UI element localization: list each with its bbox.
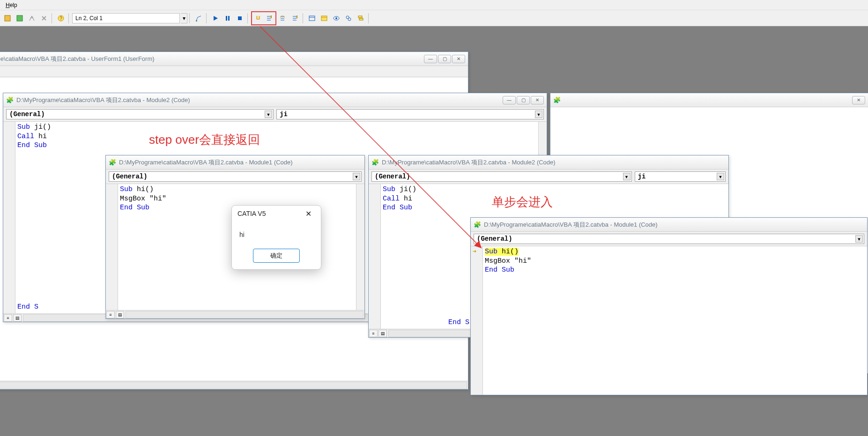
scroll-view-proc-icon[interactable]: ▤ bbox=[378, 330, 387, 337]
close-icon[interactable]: ✕ bbox=[302, 207, 315, 220]
chevron-down-icon[interactable]: ▾ bbox=[623, 173, 631, 180]
help-icon[interactable]: ? bbox=[55, 13, 67, 24]
code-gutter: ➔ bbox=[471, 246, 483, 395]
window-module1-right[interactable]: 🧩 D:\MyPrograme\catiaMacro\VBA 项目2.catvb… bbox=[470, 217, 868, 395]
step-over-icon[interactable] bbox=[277, 13, 289, 24]
chevron-down-icon[interactable]: ▾ bbox=[717, 173, 724, 180]
breakpoint-hand-icon[interactable] bbox=[252, 13, 264, 24]
title-text: Programe\catiaMacro\VBA 项目2.catvba - Use… bbox=[0, 55, 421, 63]
form-tabstrip: m1 ✕ bbox=[0, 66, 468, 77]
module-icon: 🧩 bbox=[6, 96, 14, 104]
toolbar-separator bbox=[368, 13, 370, 23]
module-icon: 🧩 bbox=[109, 159, 116, 166]
object-combo[interactable]: (General)▾ bbox=[109, 171, 362, 182]
window-icon-1[interactable] bbox=[306, 13, 318, 24]
svg-text:?: ? bbox=[59, 16, 62, 21]
toolbar-separator bbox=[303, 13, 304, 23]
combo-text: (General) bbox=[112, 173, 148, 180]
toolbar-separator bbox=[52, 13, 53, 23]
mdi-area: 📄 Programe\catiaMacro\VBA 项目2.catvba - U… bbox=[0, 26, 868, 436]
svg-point-15 bbox=[348, 18, 351, 21]
tb-icon-4[interactable] bbox=[38, 13, 50, 24]
ok-button[interactable]: 确定 bbox=[253, 249, 300, 263]
titlebar-userform[interactable]: 📄 Programe\catiaMacro\VBA 项目2.catvba - U… bbox=[0, 52, 468, 66]
titlebar[interactable]: 🧩 ✕ bbox=[550, 93, 868, 107]
menu-help[interactable]: HHelpelp bbox=[2, 1, 21, 9]
titlebar-module2-left[interactable]: 🧩 D:\MyPrograme\catiaMacro\VBA 项目2.catvb… bbox=[3, 93, 547, 107]
combo-text: (General) bbox=[9, 111, 45, 118]
watch-icon-2[interactable] bbox=[343, 13, 354, 24]
module-icon: 🧩 bbox=[371, 159, 379, 166]
tb-icon-1[interactable] bbox=[2, 13, 13, 24]
message-box[interactable]: CATIA V5 ✕ hi 确定 bbox=[231, 205, 321, 270]
cursor-dropdown[interactable]: ▾ bbox=[181, 13, 187, 23]
close-button[interactable]: ✕ bbox=[452, 55, 465, 63]
title-text: D:\MyPrograme\catiaMacro\VBA 项目2.catvba … bbox=[119, 158, 362, 167]
module-icon: 🧩 bbox=[474, 221, 481, 229]
chevron-down-icon[interactable]: ▾ bbox=[353, 173, 360, 180]
svg-point-13 bbox=[335, 17, 337, 19]
msgbox-titlebar[interactable]: CATIA V5 ✕ bbox=[232, 206, 321, 222]
maximize-button[interactable]: ▢ bbox=[517, 96, 530, 104]
step-into-icon[interactable] bbox=[264, 13, 275, 24]
titlebar-module1-right[interactable]: 🧩 D:\MyPrograme\catiaMacro\VBA 项目2.catvb… bbox=[471, 218, 867, 232]
combo-row: (General)▾ ji▾ bbox=[3, 107, 547, 122]
call-stack-icon[interactable] bbox=[355, 13, 366, 24]
titlebar-module1-left[interactable]: 🧩 D:\MyPrograme\catiaMacro\VBA 项目2.catvb… bbox=[106, 155, 364, 170]
scroll-view-proc-icon[interactable]: ▤ bbox=[13, 314, 22, 322]
scrollbar-vertical[interactable] bbox=[356, 184, 364, 310]
minimize-button[interactable]: — bbox=[424, 55, 437, 63]
execution-arrow-icon: ➔ bbox=[473, 247, 476, 256]
chevron-down-icon[interactable]: ▾ bbox=[535, 111, 542, 118]
menu-bar: HHelpelp bbox=[0, 0, 868, 10]
svg-rect-0 bbox=[5, 15, 10, 21]
toolbar-separator bbox=[206, 13, 208, 23]
chevron-down-icon[interactable]: ▾ bbox=[265, 111, 272, 118]
watch-icon[interactable] bbox=[331, 13, 342, 24]
maximize-button[interactable]: ▢ bbox=[438, 55, 451, 63]
procedure-combo[interactable]: ji▾ bbox=[635, 171, 726, 182]
module-icon: 🧩 bbox=[553, 96, 561, 104]
object-combo[interactable]: (General)▾ bbox=[371, 171, 632, 182]
step-buttons-highlight bbox=[251, 11, 276, 25]
code-text[interactable]: Sub hi() MsgBox "hi" End Sub bbox=[483, 246, 867, 395]
procedure-combo[interactable]: ji▾ bbox=[276, 109, 544, 119]
combo-text: ji bbox=[280, 111, 288, 118]
scroll-view-proc-icon[interactable]: ▤ bbox=[116, 311, 124, 318]
scrollbar-bottom[interactable]: ≡ ▤ bbox=[106, 310, 364, 318]
minimize-button[interactable]: — bbox=[503, 96, 516, 104]
msgbox-text: hi bbox=[239, 231, 245, 238]
scrollbar-bottom[interactable]: ≡ ▤ bbox=[0, 381, 468, 389]
tb-icon-2[interactable] bbox=[14, 13, 25, 24]
code-area[interactable]: ➔ Sub hi() MsgBox "hi" End Sub bbox=[471, 246, 867, 395]
step-out-icon[interactable] bbox=[289, 13, 301, 24]
chevron-down-icon[interactable]: ▾ bbox=[855, 235, 863, 243]
run-icon[interactable] bbox=[210, 13, 221, 24]
combo-text: ji bbox=[638, 173, 646, 180]
scroll-view-full-icon[interactable]: ≡ bbox=[4, 314, 12, 322]
titlebar-module2-right[interactable]: 🧩 D:\MyPrograme\catiaMacro\VBA 项目2.catvb… bbox=[369, 155, 728, 170]
cursor-position: Ln 2, Col 1 bbox=[72, 13, 180, 23]
toolbar-separator bbox=[247, 13, 249, 23]
combo-row: (General)▾ ji▾ bbox=[369, 170, 728, 184]
scroll-track[interactable] bbox=[126, 311, 364, 318]
close-button[interactable]: ✕ bbox=[852, 96, 865, 104]
window-icon-2[interactable] bbox=[319, 13, 330, 24]
toolbar: ? Ln 2, Col 1 ▾ bbox=[0, 10, 868, 26]
title-text: D:\MyPrograme\catiaMacro\VBA 项目2.catvba … bbox=[382, 158, 726, 167]
scroll-track[interactable] bbox=[0, 382, 467, 389]
object-combo[interactable]: (General)▾ bbox=[474, 234, 864, 244]
pause-icon[interactable] bbox=[222, 13, 233, 24]
code-fragment: End S bbox=[17, 303, 38, 312]
stop-icon[interactable] bbox=[234, 13, 245, 24]
svg-rect-4 bbox=[196, 20, 197, 22]
scroll-view-full-icon[interactable]: ≡ bbox=[369, 330, 378, 337]
design-mode-icon[interactable] bbox=[193, 13, 204, 24]
tb-icon-3[interactable] bbox=[26, 13, 37, 24]
code-fragment: End S bbox=[448, 318, 469, 327]
close-button[interactable]: ✕ bbox=[531, 96, 544, 104]
msgbox-footer: 确定 bbox=[232, 244, 321, 269]
code-body: (General)▾ ➔ Sub hi() MsgBox "hi" End Su… bbox=[471, 232, 867, 395]
scroll-view-full-icon[interactable]: ≡ bbox=[106, 311, 115, 318]
object-combo[interactable]: (General)▾ bbox=[6, 109, 274, 119]
